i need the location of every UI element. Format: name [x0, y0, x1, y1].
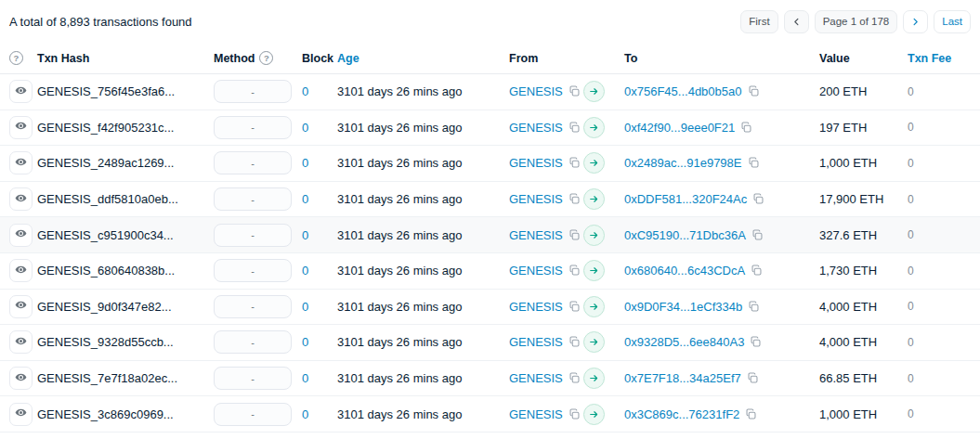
pagination-next-button[interactable]	[903, 10, 928, 33]
copy-icon[interactable]	[751, 265, 763, 277]
to-address-link[interactable]: 0x680640...6c43CDcA	[624, 264, 745, 278]
question-circle-icon[interactable]: ?	[259, 51, 273, 65]
pagination-prev-button[interactable]	[784, 10, 809, 33]
txn-hash-link[interactable]: GENESIS_ddf5810a0eb...	[37, 192, 214, 206]
block-link[interactable]: 0	[302, 407, 308, 421]
pagination-last-button[interactable]: Last	[934, 10, 971, 33]
copy-icon[interactable]	[568, 301, 581, 313]
copy-icon[interactable]	[568, 122, 581, 134]
txn-hash-link[interactable]: GENESIS_9328d55ccb...	[37, 335, 214, 349]
txn-hash-link[interactable]: GENESIS_f42f905231c...	[37, 121, 214, 135]
arrow-right-icon	[583, 260, 605, 281]
txn-hash-link[interactable]: GENESIS_2489ac1269...	[37, 156, 214, 170]
question-circle-icon[interactable]: ?	[9, 51, 23, 65]
copy-icon[interactable]	[751, 229, 764, 241]
from-address-link[interactable]: GENESIS	[509, 192, 563, 206]
txn-fee-cell: 0	[908, 407, 971, 420]
from-cell: GENESIS	[509, 121, 583, 135]
copy-icon[interactable]	[748, 85, 760, 97]
block-cell: 0	[302, 300, 337, 314]
copy-icon[interactable]	[740, 122, 752, 134]
copy-icon[interactable]	[568, 85, 581, 97]
method-cell: -	[214, 151, 302, 174]
copy-icon[interactable]	[752, 193, 764, 205]
from-address-link[interactable]: GENESIS	[509, 228, 563, 242]
txn-hash-link[interactable]: GENESIS_c951900c34...	[37, 228, 214, 242]
to-address-link[interactable]: 0xC95190...71Dbc36A	[624, 228, 746, 242]
block-link[interactable]: 0	[302, 335, 308, 349]
preview-eye-button[interactable]	[9, 403, 33, 426]
to-address-link[interactable]: 0xf42f90...9eee0F21	[624, 121, 735, 135]
to-address-link[interactable]: 0x756F45...4db0b5a0	[624, 84, 742, 98]
block-link[interactable]: 0	[302, 121, 308, 135]
from-address-link[interactable]: GENESIS	[509, 121, 563, 135]
value-cell: 1,730 ETH	[819, 264, 908, 278]
from-address-link[interactable]: GENESIS	[509, 371, 563, 385]
copy-icon[interactable]	[568, 336, 581, 348]
preview-eye-button[interactable]	[9, 80, 33, 103]
row-eye-cell	[9, 403, 37, 426]
to-cell: 0xf42f90...9eee0F21	[624, 121, 819, 135]
preview-eye-button[interactable]	[9, 151, 33, 174]
txn-hash-link[interactable]: GENESIS_7e7f18a02ec...	[37, 371, 214, 385]
block-link[interactable]: 0	[302, 84, 308, 98]
value-cell: 4,000 ETH	[819, 335, 908, 349]
to-address-link[interactable]: 0x7E7F18...34a25Ef7	[624, 371, 741, 385]
preview-eye-button[interactable]	[9, 330, 33, 354]
to-address-link[interactable]: 0xDDF581...320F24Ac	[624, 192, 747, 206]
copy-icon[interactable]	[750, 336, 762, 348]
txn-hash-link[interactable]: GENESIS_756f45e3fa6...	[37, 84, 214, 98]
from-cell: GENESIS	[509, 156, 583, 170]
copy-icon[interactable]	[568, 229, 581, 241]
to-address-link[interactable]: 0x9D0F34...1eCf334b	[624, 300, 742, 314]
copy-icon[interactable]	[568, 265, 581, 277]
copy-icon[interactable]	[748, 301, 760, 313]
block-link[interactable]: 0	[302, 264, 308, 278]
block-link[interactable]: 0	[302, 300, 308, 314]
value-cell: 1,000 ETH	[819, 407, 908, 421]
to-address-link[interactable]: 0x2489ac...91e9798E	[624, 156, 742, 170]
preview-eye-button[interactable]	[9, 116, 33, 139]
pagination-first-button[interactable]: First	[740, 10, 777, 33]
block-link[interactable]: 0	[302, 371, 308, 385]
to-address-link[interactable]: 0x9328D5...6ee840A3	[624, 335, 744, 349]
to-address-link[interactable]: 0x3C869c...76231fF2	[624, 407, 739, 421]
header-txn-fee-sort-link[interactable]: Txn Fee	[908, 52, 971, 65]
from-address-link[interactable]: GENESIS	[509, 264, 563, 278]
copy-icon[interactable]	[568, 157, 581, 169]
preview-eye-button[interactable]	[9, 187, 33, 211]
preview-eye-button[interactable]	[9, 259, 33, 282]
from-address-link[interactable]: GENESIS	[509, 156, 563, 170]
eye-icon	[15, 264, 27, 278]
from-address-link[interactable]: GENESIS	[509, 335, 563, 349]
table-row: GENESIS_7e7f18a02ec... - 0 3101 days 26 …	[0, 361, 980, 397]
block-link[interactable]: 0	[302, 228, 308, 242]
block-link[interactable]: 0	[302, 156, 308, 170]
txn-hash-link[interactable]: GENESIS_9d0f347e82...	[37, 300, 214, 314]
eye-icon	[15, 299, 27, 314]
block-link[interactable]: 0	[302, 192, 308, 206]
from-address-link[interactable]: GENESIS	[509, 84, 563, 98]
preview-eye-button[interactable]	[9, 367, 33, 390]
method-cell: -	[214, 224, 302, 247]
copy-icon[interactable]	[745, 408, 757, 420]
copy-icon[interactable]	[747, 372, 759, 384]
txn-hash-link[interactable]: GENESIS_3c869c0969...	[37, 407, 214, 421]
from-address-link[interactable]: GENESIS	[509, 300, 563, 314]
method-cell: -	[214, 403, 302, 426]
method-cell: -	[214, 187, 302, 211]
from-address-link[interactable]: GENESIS	[509, 407, 563, 421]
eye-icon	[15, 335, 27, 350]
preview-eye-button[interactable]	[9, 295, 33, 318]
from-cell: GENESIS	[509, 407, 583, 421]
copy-icon[interactable]	[568, 372, 581, 384]
direction-cell	[583, 81, 624, 102]
header-age-sort-link[interactable]: Age	[337, 52, 509, 65]
txn-hash-link[interactable]: GENESIS_680640838b...	[37, 264, 214, 278]
copy-icon[interactable]	[748, 157, 760, 169]
copy-icon[interactable]	[568, 408, 581, 420]
age-cell: 3101 days 26 mins ago	[337, 121, 509, 135]
copy-icon[interactable]	[568, 193, 581, 205]
preview-eye-button[interactable]	[9, 224, 33, 247]
eye-icon	[15, 371, 27, 386]
